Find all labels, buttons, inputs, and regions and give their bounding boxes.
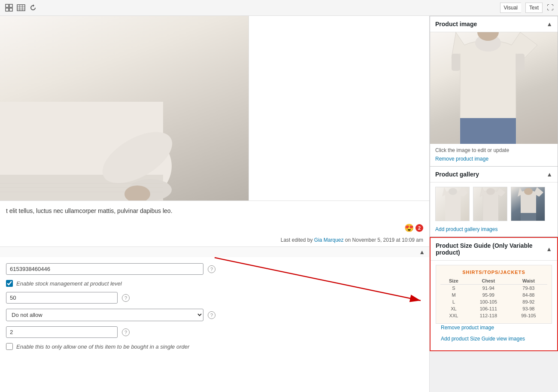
right-sidebar: Product image ▲ xyxy=(429,16,558,392)
collapse-bar: ▲ xyxy=(0,246,429,257)
gallery-thumb-2[interactable] xyxy=(473,187,507,221)
sold-individually-checkbox[interactable] xyxy=(6,343,13,350)
emoji-count: 2 xyxy=(415,224,423,232)
svg-rect-3 xyxy=(9,8,12,11)
size-guide-collapse-icon[interactable]: ▲ xyxy=(546,246,552,252)
chest-xl: 106-111 xyxy=(467,305,510,312)
collapse-arrow-icon[interactable]: ▲ xyxy=(419,249,425,255)
editor-footer: 😍 2 xyxy=(0,221,429,235)
size-guide-panel-title: Product Size Guide (Only Variable produc… xyxy=(436,242,546,256)
stock-management-checkbox[interactable] xyxy=(6,280,13,287)
size-s: S xyxy=(440,285,467,292)
product-main-image[interactable] xyxy=(430,32,558,144)
product-gallery-panel-title: Product gallery xyxy=(435,171,479,178)
svg-rect-2 xyxy=(6,8,9,11)
product-image-collapse-icon[interactable]: ▲ xyxy=(546,21,552,27)
table-row: S 91-94 79-83 xyxy=(440,285,547,292)
backorders-help-icon[interactable]: ? xyxy=(208,311,215,319)
size-xl: XL xyxy=(440,305,467,312)
chest-l: 100-105 xyxy=(467,298,510,305)
svg-rect-4 xyxy=(17,5,25,11)
grid-icon[interactable] xyxy=(4,3,14,12)
expand-icon[interactable]: ⛶ xyxy=(547,4,554,12)
add-gallery-images-link[interactable]: Add product gallery images xyxy=(430,225,558,237)
low-stock-input[interactable] xyxy=(6,326,118,338)
backorders-select[interactable]: Do not allow Allow Allow, but notify cus… xyxy=(6,309,203,321)
size-col-header: Size xyxy=(440,277,467,285)
chest-col-header: Chest xyxy=(467,277,510,285)
backorders-row: Do not allow Allow Allow, but notify cus… xyxy=(6,309,423,321)
last-edited-on: on xyxy=(345,237,351,243)
waist-xxl: 99-105 xyxy=(510,312,547,319)
last-edited-date: November 5, 2019 at 10:09 am xyxy=(352,237,423,243)
product-fields-section: ? Enable stock management at product lev… xyxy=(0,257,429,356)
sku-input[interactable] xyxy=(6,263,203,275)
sold-individually-row: Enable this to only allow one of this it… xyxy=(6,343,423,350)
product-gallery-panel: Product gallery ▲ xyxy=(430,167,558,237)
emoji-reaction[interactable]: 😍 2 xyxy=(404,223,423,233)
last-edited-prefix: Last edited by xyxy=(281,237,313,243)
add-size-guide-link[interactable]: Add product Size Guide view images xyxy=(436,335,552,346)
svg-rect-21 xyxy=(452,54,460,71)
product-gallery-grid xyxy=(430,182,558,225)
remove-product-image-link[interactable]: Remove product image xyxy=(430,155,558,166)
editor-image-area xyxy=(0,16,429,201)
stock-management-label: Enable stock management at product level xyxy=(16,280,122,287)
toolbar-right: Visual Text ⛶ xyxy=(500,3,554,13)
editor-body-text: t elit tellus, luctus nec ullamcorper ma… xyxy=(0,201,429,221)
stock-quantity-help-icon[interactable]: ? xyxy=(122,294,130,302)
chest-xxl: 112-118 xyxy=(467,312,510,319)
waist-l: 89-92 xyxy=(510,298,547,305)
size-guide-content: SHIRTS/TOPS/JACKETS Size Chest Waist xyxy=(431,261,557,350)
table-row: M 95-99 84-88 xyxy=(440,292,547,298)
svg-point-26 xyxy=(486,188,495,195)
gallery-thumb-3[interactable] xyxy=(511,187,545,221)
stock-quantity-input[interactable] xyxy=(6,292,118,304)
remove-size-guide-image-link[interactable]: Remove product image xyxy=(436,324,552,335)
size-guide-panel-header: Product Size Guide (Only Variable produc… xyxy=(431,238,557,261)
stock-management-row: Enable stock management at product level xyxy=(6,280,423,287)
stock-quantity-row: ? xyxy=(6,292,423,304)
gallery-thumb-1[interactable] xyxy=(435,187,470,221)
size-m: M xyxy=(440,292,467,298)
svg-rect-1 xyxy=(9,4,12,7)
size-xxl: XXL xyxy=(440,312,467,319)
svg-point-25 xyxy=(449,188,457,195)
table-row: XL 106-111 93-98 xyxy=(440,305,547,312)
low-stock-row: ? xyxy=(6,326,423,338)
waist-s: 79-83 xyxy=(510,285,547,292)
svg-rect-24 xyxy=(460,118,516,144)
size-guide-panel: Product Size Guide (Only Variable produc… xyxy=(430,237,558,351)
size-guide-image[interactable]: SHIRTS/TOPS/JACKETS Size Chest Waist xyxy=(436,265,552,324)
product-image-panel-header: Product image ▲ xyxy=(430,16,558,32)
size-l: L xyxy=(440,298,467,305)
body-text: t elit tellus, luctus nec ullamcorper ma… xyxy=(6,207,173,214)
sku-help-icon[interactable]: ? xyxy=(208,265,215,273)
size-guide-brand: SHIRTS/TOPS/JACKETS xyxy=(440,270,547,275)
product-image-hint: Click the image to edit or update xyxy=(430,144,558,155)
low-stock-help-icon[interactable]: ? xyxy=(122,328,130,336)
chest-s: 91-94 xyxy=(467,285,510,292)
svg-rect-0 xyxy=(6,4,9,7)
refresh-icon[interactable] xyxy=(28,3,38,12)
tab-visual[interactable]: Visual xyxy=(500,3,521,13)
svg-point-28 xyxy=(524,188,533,195)
chest-m: 95-99 xyxy=(467,292,510,298)
sold-individually-label: Enable this to only allow one of this it… xyxy=(16,343,189,350)
product-gallery-panel-header: Product gallery ▲ xyxy=(430,167,558,182)
tab-text[interactable]: Text xyxy=(525,3,543,13)
table-icon[interactable] xyxy=(16,3,26,12)
toolbar-left xyxy=(4,3,38,12)
waist-xl: 93-98 xyxy=(510,305,547,312)
product-image-panel: Product image ▲ xyxy=(430,16,558,167)
size-table: Size Chest Waist S 91-94 79-83 xyxy=(440,277,547,319)
product-gallery-collapse-icon[interactable]: ▲ xyxy=(546,171,552,178)
waist-col-header: Waist xyxy=(510,277,547,285)
last-edited-bar: Last edited by Gia Marquez on November 5… xyxy=(0,235,429,246)
product-image-panel-title: Product image xyxy=(435,21,477,27)
table-row: XXL 112-118 99-105 xyxy=(440,312,547,319)
waist-m: 84-88 xyxy=(510,292,547,298)
svg-rect-22 xyxy=(516,54,525,71)
emoji-icon: 😍 xyxy=(404,223,414,233)
last-edited-user-link[interactable]: Gia Marquez xyxy=(314,237,344,243)
